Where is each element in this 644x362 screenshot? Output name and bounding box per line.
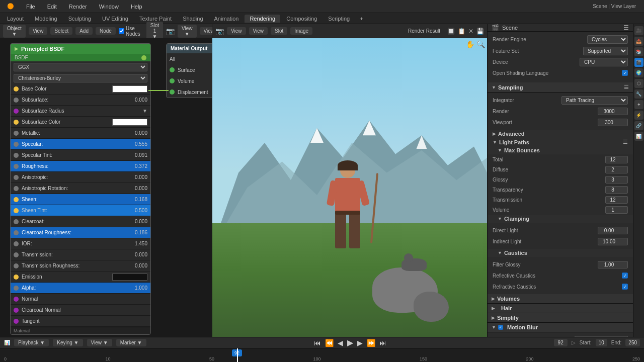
subsurface-socket[interactable] bbox=[14, 98, 19, 103]
slot-dropdown[interactable]: Slot 1 ▼ bbox=[146, 22, 163, 40]
tab-sculpting[interactable]: Sculpting bbox=[63, 15, 96, 23]
timeline-ruler[interactable]: 0 10 50 100 150 200 250 92 bbox=[0, 348, 644, 362]
node-canvas[interactable]: ▶ Principled BSDF BSDF GGX Multiscatter … bbox=[0, 38, 212, 337]
transparency-bounces-input[interactable] bbox=[605, 186, 628, 194]
clamping-triangle[interactable]: ▼ bbox=[498, 216, 502, 221]
device-dropdown[interactable]: CPU GPU Compute bbox=[580, 58, 628, 66]
simplify-header[interactable]: ▶ Simplify bbox=[488, 313, 633, 323]
sheen-row[interactable]: Sheen: 0.168 bbox=[11, 194, 150, 205]
clearcoat-normal-socket[interactable] bbox=[14, 308, 19, 313]
specular-value[interactable]: 0.555 bbox=[122, 141, 147, 147]
current-frame-display[interactable]: 92 bbox=[554, 339, 568, 346]
window-menu[interactable]: Window bbox=[96, 3, 122, 11]
select-menu[interactable]: Select bbox=[50, 27, 72, 35]
tab-uv-editing[interactable]: UV Editing bbox=[97, 15, 133, 23]
blender-menu[interactable]: 🟠 bbox=[4, 2, 17, 11]
next-keyframe-button[interactable]: ⏩ bbox=[367, 339, 375, 347]
hair-header[interactable]: ▶ Hair bbox=[488, 304, 633, 313]
keying-menu[interactable]: Keying ▼ bbox=[53, 339, 83, 346]
play-button[interactable]: ▶ bbox=[347, 338, 353, 347]
start-frame-input[interactable]: 10 bbox=[596, 339, 607, 346]
material-output-node[interactable]: Material Output All Surface Volume Displ… bbox=[166, 43, 212, 98]
simplify-triangle[interactable]: ▶ bbox=[492, 315, 495, 320]
roughness-row[interactable]: Roughness: 0.372 bbox=[11, 161, 150, 172]
ior-socket[interactable] bbox=[14, 241, 19, 246]
bsdf-node[interactable]: ▶ Principled BSDF BSDF GGX Multiscatter … bbox=[10, 43, 151, 335]
advanced-section-header[interactable]: ▶ Advanced bbox=[488, 130, 633, 138]
motion-blur-checkbox[interactable]: ✓ bbox=[498, 325, 503, 330]
image2-button[interactable]: Image bbox=[290, 27, 312, 35]
add-workspace-button[interactable]: + bbox=[356, 15, 367, 23]
feature-set-dropdown[interactable]: Supported Experimental bbox=[583, 47, 628, 55]
total-bounces-input[interactable] bbox=[605, 156, 628, 163]
transmission-bounces-input[interactable] bbox=[605, 196, 628, 204]
sheen-tint-socket[interactable] bbox=[14, 208, 19, 213]
direct-light-input[interactable] bbox=[598, 227, 628, 234]
bsdf-output-socket[interactable] bbox=[141, 55, 146, 60]
light-paths-options[interactable]: ☰ bbox=[623, 139, 628, 145]
volume-bounces-input[interactable] bbox=[605, 206, 628, 214]
end-frame-input[interactable]: 250 bbox=[625, 339, 640, 346]
anisotropic-rotation-socket[interactable] bbox=[14, 186, 19, 191]
object-dropdown[interactable]: Object ▼ bbox=[3, 25, 26, 38]
motion-blur-header[interactable]: ▼ ✓ Motion Blur bbox=[488, 323, 633, 332]
tab-compositing[interactable]: Compositing bbox=[281, 15, 322, 23]
view-menu[interactable]: View bbox=[29, 27, 48, 35]
jump-start-button[interactable]: ⏮ bbox=[314, 339, 321, 347]
max-bounces-triangle[interactable]: ▼ bbox=[498, 148, 502, 153]
particles-icon[interactable]: ✦ bbox=[634, 100, 643, 109]
viewport-icon2[interactable]: 📋 bbox=[458, 28, 465, 35]
clearcoat-value[interactable]: 0.000 bbox=[122, 219, 147, 224]
tab-shading[interactable]: Shading bbox=[178, 15, 208, 23]
refractive-caustics-checkbox[interactable]: ✓ bbox=[622, 284, 628, 290]
file-menu[interactable]: File bbox=[23, 3, 38, 11]
tab-rendering[interactable]: Rendering bbox=[245, 15, 280, 23]
subsurface-radius-socket[interactable] bbox=[14, 109, 19, 114]
sampling-options-icon[interactable]: ☰ bbox=[624, 84, 629, 90]
ior-value[interactable]: 1.450 bbox=[122, 241, 147, 246]
diffuse-bounces-input[interactable] bbox=[605, 166, 628, 173]
node-menu[interactable]: Node bbox=[96, 27, 116, 35]
glossy-bounces-input[interactable] bbox=[605, 176, 628, 184]
metallic-socket[interactable] bbox=[14, 131, 19, 136]
world-icon[interactable]: 🌍 bbox=[634, 68, 643, 77]
camera-icon[interactable]: 📷 bbox=[166, 27, 175, 35]
emission-socket[interactable] bbox=[14, 275, 19, 280]
transmission-roughness-value[interactable]: 0.000 bbox=[122, 263, 147, 268]
prev-frame-button[interactable]: ◀ bbox=[338, 339, 343, 347]
use-nodes-toggle[interactable]: Use Nodes bbox=[119, 26, 140, 37]
subsurface-radius-arrow[interactable]: ▼ bbox=[142, 108, 147, 114]
subsurface-color-socket[interactable] bbox=[14, 120, 19, 125]
prev-keyframe-button[interactable]: ⏪ bbox=[325, 339, 334, 347]
reflective-caustics-checkbox[interactable]: ✓ bbox=[622, 273, 628, 279]
sheen-tint-value[interactable]: 0.500 bbox=[122, 208, 147, 213]
render-icon[interactable]: 🎥 bbox=[634, 26, 643, 35]
modifier-icon[interactable]: 🔧 bbox=[634, 89, 643, 99]
roughness-value[interactable]: 0.372 bbox=[122, 163, 147, 169]
anisotropic-rotation-value[interactable]: 0.000 bbox=[122, 186, 147, 191]
transmission-socket[interactable] bbox=[14, 252, 19, 257]
viewport-icon1[interactable]: 🔲 bbox=[447, 28, 455, 35]
slot-button[interactable]: View bbox=[249, 27, 268, 35]
caustics-triangle[interactable]: ▼ bbox=[498, 250, 502, 255]
volumes-header[interactable]: ▶ Volumes bbox=[488, 294, 633, 304]
sheen-tint-row[interactable]: Sheen Tint: 0.500 bbox=[11, 205, 150, 216]
output-icon[interactable]: 📤 bbox=[634, 37, 643, 46]
light-paths-header[interactable]: ▼ Light Paths ☰ bbox=[488, 138, 633, 146]
sampling-section-header[interactable]: ▼ Sampling ☰ bbox=[488, 82, 633, 93]
subsurface-value[interactable]: 0.000 bbox=[122, 97, 147, 103]
advanced-triangle[interactable]: ▶ bbox=[493, 131, 496, 136]
indirect-light-input[interactable] bbox=[598, 238, 628, 245]
tab-modeling[interactable]: Modeling bbox=[30, 15, 62, 23]
position-dropdown[interactable]: Center on Frame Start on Frame End on Fr… bbox=[575, 336, 628, 337]
render-menu[interactable]: Render bbox=[66, 3, 90, 11]
open-shading-checkbox[interactable]: ✓ bbox=[622, 70, 628, 76]
specular-tint-socket[interactable] bbox=[14, 153, 19, 158]
clearcoat-socket[interactable] bbox=[14, 219, 19, 224]
transmission-value[interactable]: 0.000 bbox=[122, 252, 147, 257]
view-menu-timeline[interactable]: View ▼ bbox=[87, 339, 112, 346]
marker-menu[interactable]: Marker ▼ bbox=[116, 339, 146, 346]
add-menu[interactable]: Add bbox=[75, 27, 93, 35]
constraints-icon[interactable]: 🔗 bbox=[634, 121, 643, 130]
timeline-type-icon[interactable]: 📊 bbox=[4, 340, 10, 345]
